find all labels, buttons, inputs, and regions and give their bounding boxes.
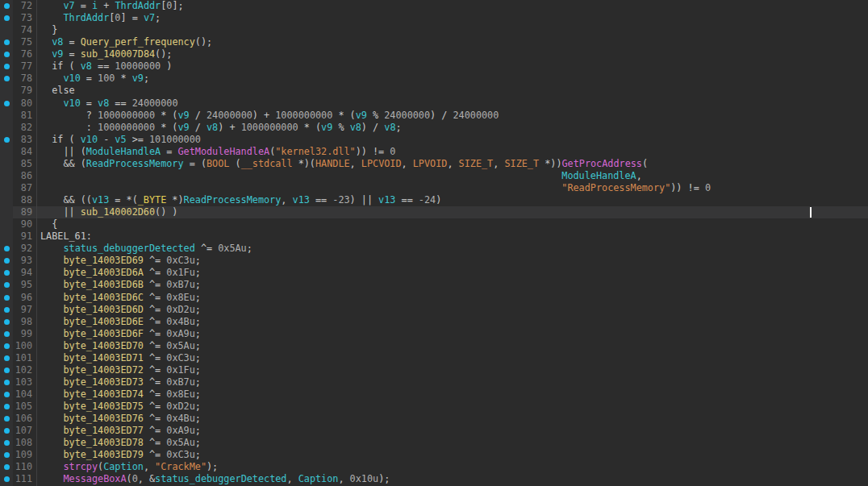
- code-line[interactable]: 96 byte_14003ED6C ^= 0x8Eu;: [0, 292, 868, 304]
- breakpoint-gutter[interactable]: [0, 85, 13, 97]
- breakpoint-dot[interactable]: [4, 39, 10, 45]
- breakpoint-gutter[interactable]: [0, 292, 13, 304]
- code-text[interactable]: byte_14003ED74 ^= 0x8Eu;: [37, 388, 868, 401]
- breakpoint-dot[interactable]: [4, 307, 10, 313]
- code-line[interactable]: 108 byte_14003ED78 ^= 0x5Au;: [0, 437, 868, 449]
- breakpoint-dot[interactable]: [4, 282, 10, 288]
- breakpoint-gutter[interactable]: [0, 0, 13, 12]
- code-line[interactable]: 109 byte_14003ED79 ^= 0xC3u;: [0, 449, 868, 461]
- code-text[interactable]: byte_14003ED73 ^= 0xB7u;: [37, 376, 868, 388]
- breakpoint-gutter[interactable]: [0, 170, 13, 182]
- code-line[interactable]: 75 v8 = Query_perf_frequency();: [0, 36, 868, 48]
- code-text[interactable]: byte_14003ED6D ^= 0xD2u;: [37, 304, 868, 316]
- breakpoint-dot[interactable]: [4, 380, 10, 385]
- breakpoint-gutter[interactable]: [0, 12, 13, 24]
- breakpoint-gutter[interactable]: [0, 231, 13, 243]
- code-line[interactable]: 95 byte_14003ED6B ^= 0xB7u;: [0, 279, 868, 291]
- breakpoint-dot[interactable]: [4, 355, 10, 361]
- code-text[interactable]: v10 = v8 == 24000000: [37, 98, 868, 110]
- code-line[interactable]: 100 byte_14003ED70 ^= 0x5Au;: [0, 340, 868, 352]
- code-text[interactable]: byte_14003ED70 ^= 0x5Au;: [37, 340, 868, 352]
- breakpoint-gutter[interactable]: [0, 182, 13, 194]
- breakpoint-dot[interactable]: [4, 15, 10, 21]
- breakpoint-gutter[interactable]: [0, 98, 13, 110]
- breakpoint-gutter[interactable]: [0, 110, 13, 122]
- code-text[interactable]: }: [37, 24, 868, 36]
- breakpoint-gutter[interactable]: [0, 158, 13, 170]
- breakpoint-dot[interactable]: [4, 404, 10, 409]
- breakpoint-gutter[interactable]: [0, 24, 13, 36]
- breakpoint-gutter[interactable]: [0, 279, 13, 291]
- breakpoint-gutter[interactable]: [0, 206, 13, 218]
- breakpoint-dot[interactable]: [4, 101, 10, 106]
- code-line[interactable]: 88 && ((v13 = *(_BYTE *)ReadProcessMemor…: [0, 194, 868, 206]
- breakpoint-gutter[interactable]: [0, 413, 13, 425]
- code-text[interactable]: v9 = sub_140007D84();: [37, 48, 868, 60]
- breakpoint-dot[interactable]: [4, 392, 10, 397]
- code-line[interactable]: 111 MessageBoxA(0, &status_debuggerDetec…: [0, 473, 868, 485]
- breakpoint-dot[interactable]: [4, 64, 10, 69]
- code-text[interactable]: && (ReadProcessMemory = (BOOL (__stdcall…: [37, 158, 868, 170]
- breakpoint-dot[interactable]: [4, 3, 10, 9]
- code-line[interactable]: 93 byte_14003ED69 ^= 0xC3u;: [0, 255, 868, 267]
- breakpoint-dot[interactable]: [4, 440, 10, 446]
- code-line[interactable]: 98 byte_14003ED6E ^= 0x4Bu;: [0, 316, 868, 328]
- code-line[interactable]: 102 byte_14003ED72 ^= 0x1Fu;: [0, 364, 868, 376]
- code-text[interactable]: ? 1000000000 * (v9 / 24000000) + 1000000…: [37, 110, 868, 122]
- breakpoint-gutter[interactable]: [0, 255, 13, 267]
- breakpoint-dot[interactable]: [4, 452, 10, 458]
- code-text[interactable]: : 1000000000 * (v9 / v8) + 1000000000 * …: [37, 122, 868, 134]
- breakpoint-dot[interactable]: [4, 52, 10, 57]
- breakpoint-gutter[interactable]: [0, 60, 13, 73]
- code-line[interactable]: 81 ? 1000000000 * (v9 / 24000000) + 1000…: [0, 110, 868, 122]
- breakpoint-gutter[interactable]: [0, 194, 13, 206]
- code-text[interactable]: v7 = i + ThrdAddr[0];: [37, 0, 868, 12]
- code-line[interactable]: 94 byte_14003ED6A ^= 0x1Fu;: [0, 267, 868, 279]
- code-line[interactable]: 79 else: [0, 85, 868, 97]
- breakpoint-gutter[interactable]: [0, 352, 13, 364]
- code-text[interactable]: || sub_140002D60() ): [37, 206, 868, 218]
- breakpoint-gutter[interactable]: [0, 376, 13, 388]
- breakpoint-gutter[interactable]: [0, 425, 13, 437]
- code-line[interactable]: 72 v7 = i + ThrdAddr[0];: [0, 0, 868, 12]
- code-line[interactable]: 92 status_debuggerDetected ^= 0x5Au;: [0, 243, 868, 255]
- code-text[interactable]: byte_14003ED6F ^= 0xA9u;: [37, 328, 868, 340]
- code-text[interactable]: if ( v10 - v5 >= 101000000: [37, 134, 868, 146]
- code-line[interactable]: 105 byte_14003ED75 ^= 0xD2u;: [0, 401, 868, 413]
- code-text[interactable]: && ((v13 = *(_BYTE *)ReadProcessMemory, …: [37, 194, 868, 206]
- code-line[interactable]: 87 "ReadProcessMemory")) != 0: [0, 182, 868, 194]
- code-text[interactable]: status_debuggerDetected ^= 0x5Au;: [37, 243, 868, 255]
- code-line[interactable]: 80 v10 = v8 == 24000000: [0, 98, 868, 110]
- code-line[interactable]: 76 v9 = sub_140007D84();: [0, 48, 868, 60]
- code-line[interactable]: 84 || (ModuleHandleA = GetModuleHandleA(…: [0, 146, 868, 158]
- code-text[interactable]: byte_14003ED6A ^= 0x1Fu;: [37, 267, 868, 279]
- code-line[interactable]: 85 && (ReadProcessMemory = (BOOL (__stdc…: [0, 158, 868, 170]
- breakpoint-dot[interactable]: [4, 76, 10, 81]
- code-text[interactable]: byte_14003ED78 ^= 0x5Au;: [37, 437, 868, 449]
- code-text[interactable]: {: [37, 218, 868, 231]
- breakpoint-dot[interactable]: [4, 319, 10, 325]
- breakpoint-gutter[interactable]: [0, 316, 13, 328]
- code-text[interactable]: else: [37, 85, 868, 97]
- code-text[interactable]: ThrdAddr[0] = v7;: [37, 12, 868, 24]
- breakpoint-gutter[interactable]: [0, 243, 13, 255]
- breakpoint-dot[interactable]: [4, 295, 10, 301]
- code-text[interactable]: byte_14003ED75 ^= 0xD2u;: [37, 401, 868, 413]
- breakpoint-gutter[interactable]: [0, 304, 13, 316]
- breakpoint-gutter[interactable]: [0, 461, 13, 473]
- code-text[interactable]: v8 = Query_perf_frequency();: [37, 36, 868, 48]
- breakpoint-gutter[interactable]: [0, 122, 13, 134]
- breakpoint-dot[interactable]: [4, 428, 10, 434]
- code-text[interactable]: v10 = 100 * v9;: [37, 73, 868, 85]
- code-line[interactable]: 91LABEL_61:: [0, 231, 868, 243]
- breakpoint-dot[interactable]: [4, 343, 10, 349]
- code-line[interactable]: 106 byte_14003ED76 ^= 0x4Bu;: [0, 413, 868, 425]
- code-text[interactable]: byte_14003ED71 ^= 0xC3u;: [37, 352, 868, 364]
- code-line[interactable]: 110 strcpy(Caption, "CrackMe");: [0, 461, 868, 473]
- code-text[interactable]: byte_14003ED77 ^= 0xA9u;: [37, 425, 868, 437]
- breakpoint-dot[interactable]: [4, 416, 10, 422]
- code-text[interactable]: LABEL_61:: [37, 231, 868, 243]
- breakpoint-gutter[interactable]: [0, 267, 13, 279]
- breakpoint-gutter[interactable]: [0, 36, 13, 48]
- code-text[interactable]: byte_14003ED72 ^= 0x1Fu;: [37, 364, 868, 376]
